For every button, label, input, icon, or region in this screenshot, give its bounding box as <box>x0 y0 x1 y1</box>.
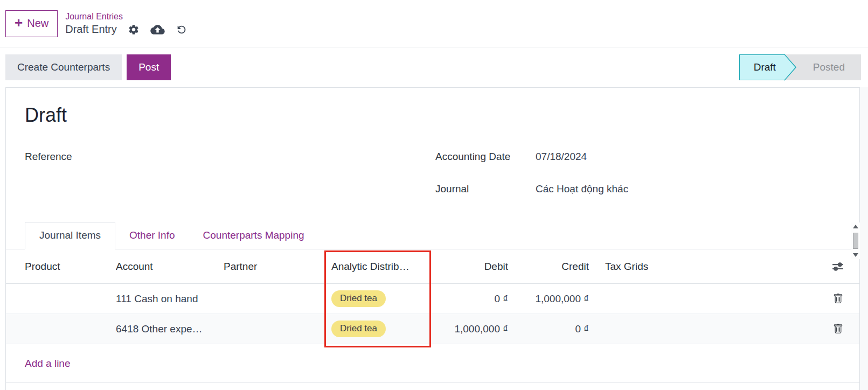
top-header: + New Journal Entries Draft Entry <box>0 0 868 47</box>
journal-label: Journal <box>435 183 536 196</box>
page-title: Draft <box>25 104 859 126</box>
journal-field[interactable]: Các Hoạt động khác <box>536 183 841 196</box>
new-button-label: New <box>27 17 48 30</box>
column-header-product: Product <box>6 261 116 273</box>
reference-label: Reference <box>25 151 72 196</box>
add-a-line-link[interactable]: Add a line <box>25 358 71 370</box>
undo-icon[interactable] <box>176 24 188 36</box>
create-counterparts-button[interactable]: Create Counterparts <box>5 54 122 80</box>
gear-icon[interactable] <box>128 24 140 36</box>
trash-icon[interactable] <box>833 294 843 304</box>
cell-account[interactable]: 6418 Other expe… <box>116 323 224 335</box>
control-bar: Create Counterparts Post Draft Posted <box>0 47 868 87</box>
cell-debit[interactable]: 0 ₫ <box>435 293 516 305</box>
reference-field[interactable] <box>88 151 435 196</box>
form-sheet: Draft Reference Accounting Date 07/18/20… <box>5 87 860 390</box>
column-header-partner: Partner <box>224 261 327 273</box>
cell-account[interactable]: 111 Cash on hand <box>116 293 224 305</box>
form-fields: Reference Accounting Date 07/18/2024 Jou… <box>25 151 841 196</box>
tab-counterparts-mapping[interactable]: Counterparts Mapping <box>189 222 318 249</box>
scroll-up-icon[interactable] <box>853 225 858 228</box>
add-line-row: Add a line <box>6 344 859 383</box>
column-header-debit: Debit <box>435 261 516 273</box>
column-header-credit: Credit <box>516 261 596 273</box>
post-button[interactable]: Post <box>127 54 171 80</box>
breadcrumb: Journal Entries Draft Entry <box>65 11 188 36</box>
status-draft[interactable]: Draft <box>739 54 785 80</box>
cell-credit[interactable]: 0 ₫ <box>516 323 596 335</box>
column-adjustments-icon[interactable] <box>832 261 844 273</box>
status-posted[interactable]: Posted <box>785 54 861 80</box>
analytic-tag[interactable]: Dried tea <box>331 290 386 307</box>
table-row[interactable]: 6418 Other expe… Dried tea 1,000,000 ₫ 0… <box>6 314 859 344</box>
column-header-tax-grids: Tax Grids <box>596 261 816 273</box>
cloud-upload-icon[interactable] <box>150 24 165 36</box>
trash-icon[interactable] <box>833 324 843 334</box>
cell-debit[interactable]: 1,000,000 ₫ <box>435 323 516 335</box>
scrollbar-thumb[interactable] <box>853 233 858 249</box>
table-row[interactable]: 111 Cash on hand Dried tea 0 ₫ 1,000,000… <box>6 284 859 314</box>
column-header-account: Account <box>116 261 224 273</box>
breadcrumb-current: Draft Entry <box>65 23 117 36</box>
table-header: Product Account Partner Analytic Distrib… <box>6 249 859 284</box>
plus-icon: + <box>15 16 23 30</box>
tab-other-info[interactable]: Other Info <box>115 222 189 249</box>
tab-journal-items[interactable]: Journal Items <box>25 222 115 249</box>
column-header-analytic-distribution: Analytic Distrib… <box>327 261 435 273</box>
accounting-date-label: Accounting Date <box>435 151 536 164</box>
accounting-date-field[interactable]: 07/18/2024 <box>536 151 841 164</box>
page-gutter <box>860 87 868 390</box>
statusbar: Draft Posted <box>739 54 861 80</box>
vertical-scrollbar[interactable] <box>851 222 860 259</box>
cell-credit[interactable]: 1,000,000 ₫ <box>516 293 596 305</box>
new-button[interactable]: + New <box>5 10 58 37</box>
notebook-tabs: Journal Items Other Info Counterparts Ma… <box>6 222 859 249</box>
scroll-down-icon[interactable] <box>853 253 858 257</box>
analytic-tag[interactable]: Dried tea <box>331 321 386 337</box>
breadcrumb-parent-link[interactable]: Journal Entries <box>65 11 188 23</box>
